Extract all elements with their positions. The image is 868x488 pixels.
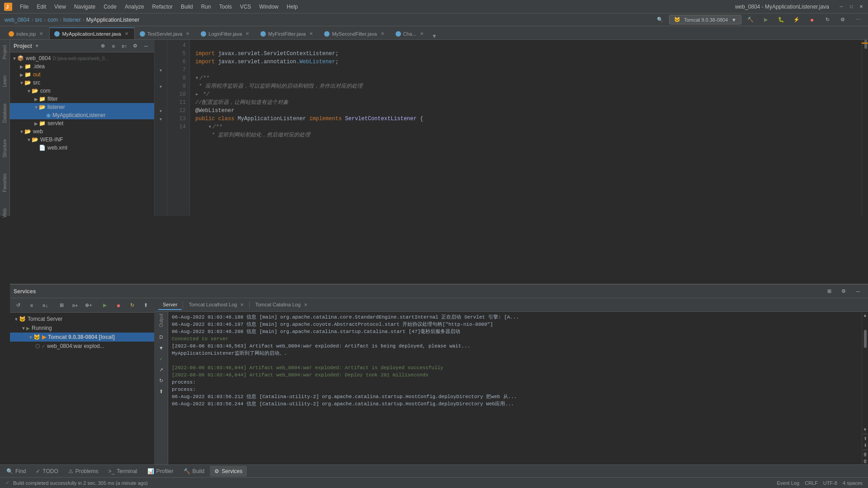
- services-collapse-all-btn[interactable]: ≡: [25, 299, 38, 312]
- breadcrumb-listener[interactable]: listener: [63, 17, 81, 23]
- sidebar-favorites-tab[interactable]: Favorites: [2, 172, 7, 194]
- tab-close-cha[interactable]: ✕: [419, 31, 425, 37]
- tab-close-catalina[interactable]: ✕: [304, 302, 307, 307]
- output-reload-btn[interactable]: ↻: [155, 376, 168, 385]
- scroll-up-btn[interactable]: ▲: [863, 313, 868, 318]
- tomcat-run-selector[interactable]: 🐱 Tomcat 9.0.38-0804 ▼: [669, 15, 741, 24]
- tree-item-src[interactable]: ▼ 📂 src: [10, 79, 154, 87]
- run-build-btn[interactable]: 🔨: [744, 14, 757, 26]
- output-log[interactable]: 06-Aug-2022 01:03:46.188 信息 [main] org.a…: [168, 312, 862, 465]
- tab-close-firstfilter[interactable]: ✕: [308, 31, 314, 37]
- services-add-btn[interactable]: ⊕+: [82, 299, 95, 312]
- tab-myapplicationlistener[interactable]: MyApplicationListener.java ✕: [49, 28, 134, 39]
- tree-item-webinf[interactable]: ▼ 📂 WEB-INF: [10, 136, 154, 144]
- code-area[interactable]: import javax.servlet.ServletContextListe…: [190, 40, 862, 216]
- tab-close-secondfilter[interactable]: ✕: [379, 31, 386, 37]
- settings-btn[interactable]: ⚙: [836, 14, 849, 26]
- tab-close-localhost[interactable]: ✕: [240, 302, 244, 307]
- scroll-to-bottom-btn[interactable]: ⬇: [863, 443, 867, 448]
- sidebar-structure-tab[interactable]: Structure: [2, 137, 7, 160]
- bottom-tab-problems[interactable]: ⚠ Problems: [64, 466, 103, 477]
- tab-close-testservlet[interactable]: ✕: [184, 31, 191, 37]
- sidebar-learn-tab[interactable]: Learn: [2, 74, 7, 89]
- svc-tomcat-server[interactable]: ▼ 🐱 Tomcat Server: [10, 314, 154, 324]
- stop-btn[interactable]: ■: [806, 14, 818, 26]
- menu-analyze[interactable]: Analyze: [121, 2, 148, 12]
- breadcrumb-project[interactable]: web_0804: [5, 17, 29, 23]
- menu-view[interactable]: View: [51, 2, 70, 12]
- bottom-tab-profiler[interactable]: 📊 Profiler: [143, 466, 178, 477]
- services-refresh-btn[interactable]: ↺: [12, 299, 24, 312]
- menu-edit[interactable]: Edit: [33, 2, 50, 12]
- services-expand-btn[interactable]: ⊞: [823, 287, 835, 296]
- services-filter-btn[interactable]: ≡+: [69, 299, 81, 312]
- tree-item-webxml[interactable]: ▶ 📄 web.xml: [10, 144, 154, 152]
- menu-code[interactable]: Code: [100, 2, 120, 12]
- bottom-tab-build[interactable]: 🔨 Build: [179, 466, 209, 477]
- menu-file[interactable]: File: [16, 2, 32, 12]
- project-locate-btn[interactable]: ⊕: [98, 42, 107, 51]
- tree-item-com[interactable]: ▼ 📂 com: [10, 87, 154, 95]
- menu-build[interactable]: Build: [177, 2, 197, 12]
- output-update-btn[interactable]: ⬆: [155, 387, 168, 396]
- output-filter-btn[interactable]: D: [155, 333, 168, 342]
- output-scroll-btn[interactable]: ▼: [155, 343, 168, 352]
- menu-run[interactable]: Run: [198, 2, 215, 12]
- tree-item-web0804[interactable]: ▼ 📦 web_0804 D:\java-web-space\web_0...: [10, 54, 154, 62]
- tab-myfirstfilter[interactable]: MyFirstFilter.java ✕: [255, 28, 319, 39]
- menu-navigate[interactable]: Navigate: [71, 2, 99, 12]
- output-scrollbar[interactable]: ▲ ▼ ⬆ ⬇ 🗑 🗑: [862, 312, 868, 465]
- breadcrumb-com[interactable]: com: [47, 17, 58, 23]
- project-collapse-btn[interactable]: ≡↑: [120, 42, 129, 51]
- event-log-btn[interactable]: Event Log: [777, 480, 800, 486]
- tab-mysecondfilter[interactable]: MySecondFilter.java ✕: [319, 28, 390, 39]
- tab-index-jsp[interactable]: index.jsp ✕: [4, 28, 49, 39]
- bottom-tab-find[interactable]: 🔍 Find: [2, 466, 30, 477]
- output-clear2-btn[interactable]: 🗑: [863, 459, 868, 464]
- run-server-btn[interactable]: ▶: [760, 14, 772, 26]
- tree-item-servlet[interactable]: ▶ 📁 servlet: [10, 119, 154, 127]
- scroll-to-top-btn[interactable]: ⬆: [863, 436, 867, 441]
- bottom-tab-services[interactable]: ⚙ Services: [210, 466, 247, 477]
- svc-running[interactable]: ▼ ▶ Running: [10, 324, 154, 333]
- bottom-tab-terminal[interactable]: >_ Terminal: [104, 466, 142, 477]
- menu-window[interactable]: Window: [255, 2, 282, 12]
- tree-item-idea[interactable]: ▶ 📁 .idea: [10, 62, 154, 70]
- project-settings-btn[interactable]: ⚙: [131, 42, 140, 51]
- tab-loginfilter[interactable]: LoginFilter.java ✕: [196, 28, 255, 39]
- services-group-btn[interactable]: ⊞: [55, 299, 68, 312]
- breadcrumb-search-btn[interactable]: 🔍: [654, 14, 666, 26]
- svc-tomcat-instance[interactable]: ▼ 🐱 ▶ Tomcat 9.0.38-0804 [local]: [10, 333, 154, 342]
- menu-refactor[interactable]: Refactor: [149, 2, 176, 12]
- tree-item-listener[interactable]: ▼ 📂 listener: [10, 103, 154, 111]
- tab-close-listener[interactable]: ✕: [123, 31, 130, 37]
- services-restart-btn[interactable]: ↻: [126, 299, 138, 312]
- tree-item-out[interactable]: ▶ 📁 out: [10, 70, 154, 79]
- tab-server[interactable]: Server: [158, 300, 182, 310]
- tree-item-filter[interactable]: ▶ 📁 filter: [10, 95, 154, 103]
- svc-artifact[interactable]: ⬡ ✓ web_0804:war explod...: [10, 342, 154, 351]
- tree-item-web[interactable]: ▼ 📂 web: [10, 127, 154, 136]
- more-btn[interactable]: ⋯: [852, 14, 864, 26]
- project-expand-btn[interactable]: ≡: [109, 42, 118, 51]
- coverage-btn[interactable]: ⚡: [790, 14, 803, 26]
- output-redirect-btn[interactable]: ↗: [155, 365, 168, 374]
- services-expand-all-btn[interactable]: ≡↓: [39, 299, 52, 312]
- indent-btn[interactable]: 4 spaces: [843, 480, 863, 486]
- minimize-button[interactable]: ─: [838, 4, 844, 10]
- breadcrumb-src[interactable]: src: [35, 17, 42, 23]
- services-stop-btn[interactable]: ■: [112, 299, 125, 312]
- menu-vcs[interactable]: VCS: [236, 2, 255, 12]
- services-run-btn[interactable]: ▶: [99, 299, 111, 312]
- more-tabs-btn[interactable]: ▼: [432, 33, 437, 39]
- tab-cha[interactable]: Cha... ✕: [391, 28, 430, 39]
- output-connect-btn[interactable]: ✓: [155, 354, 168, 363]
- encoding-btn[interactable]: UTF-8: [823, 480, 837, 486]
- editor-scrollbar[interactable]: [862, 40, 868, 216]
- output-clear-btn[interactable]: 🗑: [863, 452, 868, 457]
- scroll-down-btn[interactable]: ▼: [863, 427, 868, 432]
- bottom-tab-todo[interactable]: ✓ TODO: [31, 466, 62, 477]
- menu-tools[interactable]: Tools: [216, 2, 236, 12]
- tab-close-loginfilter[interactable]: ✕: [244, 31, 250, 37]
- tree-item-myapplistener[interactable]: ▶ ◉ MyApplicationListener: [10, 111, 154, 119]
